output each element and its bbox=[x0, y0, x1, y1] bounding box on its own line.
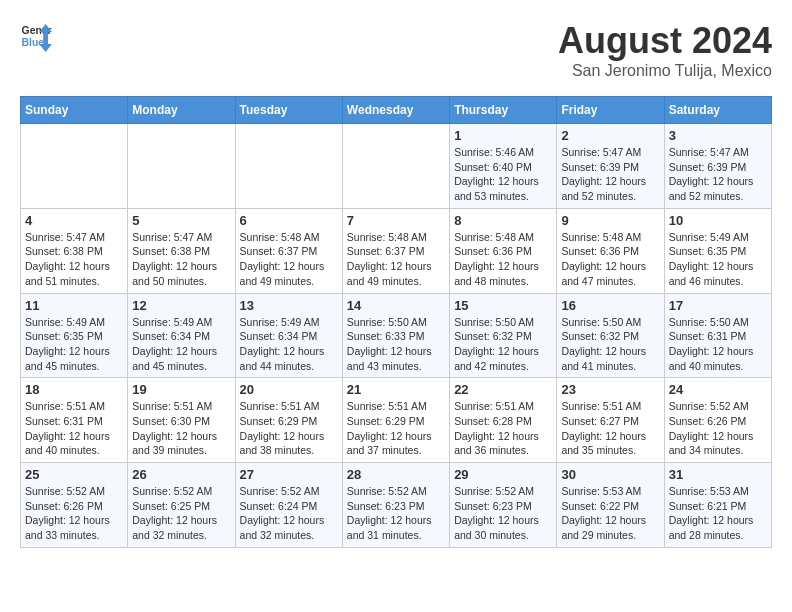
calendar-cell bbox=[342, 124, 449, 209]
day-number: 31 bbox=[669, 467, 767, 482]
month-year: August 2024 bbox=[558, 20, 772, 62]
day-info: Sunrise: 5:53 AMSunset: 6:21 PMDaylight:… bbox=[669, 484, 767, 543]
day-number: 6 bbox=[240, 213, 338, 228]
calendar-cell: 21Sunrise: 5:51 AMSunset: 6:29 PMDayligh… bbox=[342, 378, 449, 463]
calendar-cell: 16Sunrise: 5:50 AMSunset: 6:32 PMDayligh… bbox=[557, 293, 664, 378]
location: San Jeronimo Tulija, Mexico bbox=[558, 62, 772, 80]
day-info: Sunrise: 5:53 AMSunset: 6:22 PMDaylight:… bbox=[561, 484, 659, 543]
day-number: 27 bbox=[240, 467, 338, 482]
day-info: Sunrise: 5:47 AMSunset: 6:39 PMDaylight:… bbox=[669, 145, 767, 204]
day-number: 16 bbox=[561, 298, 659, 313]
calendar-cell: 2Sunrise: 5:47 AMSunset: 6:39 PMDaylight… bbox=[557, 124, 664, 209]
calendar-body: 1Sunrise: 5:46 AMSunset: 6:40 PMDaylight… bbox=[21, 124, 772, 548]
day-info: Sunrise: 5:51 AMSunset: 6:27 PMDaylight:… bbox=[561, 399, 659, 458]
calendar-cell: 6Sunrise: 5:48 AMSunset: 6:37 PMDaylight… bbox=[235, 208, 342, 293]
calendar-cell bbox=[21, 124, 128, 209]
day-info: Sunrise: 5:52 AMSunset: 6:24 PMDaylight:… bbox=[240, 484, 338, 543]
day-info: Sunrise: 5:52 AMSunset: 6:26 PMDaylight:… bbox=[25, 484, 123, 543]
week-row-3: 11Sunrise: 5:49 AMSunset: 6:35 PMDayligh… bbox=[21, 293, 772, 378]
day-number: 2 bbox=[561, 128, 659, 143]
calendar-cell bbox=[128, 124, 235, 209]
day-info: Sunrise: 5:52 AMSunset: 6:23 PMDaylight:… bbox=[454, 484, 552, 543]
calendar-cell: 3Sunrise: 5:47 AMSunset: 6:39 PMDaylight… bbox=[664, 124, 771, 209]
day-header-tuesday: Tuesday bbox=[235, 97, 342, 124]
day-header-friday: Friday bbox=[557, 97, 664, 124]
calendar-cell: 9Sunrise: 5:48 AMSunset: 6:36 PMDaylight… bbox=[557, 208, 664, 293]
day-number: 21 bbox=[347, 382, 445, 397]
day-info: Sunrise: 5:52 AMSunset: 6:26 PMDaylight:… bbox=[669, 399, 767, 458]
day-info: Sunrise: 5:52 AMSunset: 6:25 PMDaylight:… bbox=[132, 484, 230, 543]
day-info: Sunrise: 5:47 AMSunset: 6:38 PMDaylight:… bbox=[132, 230, 230, 289]
day-info: Sunrise: 5:49 AMSunset: 6:35 PMDaylight:… bbox=[25, 315, 123, 374]
day-number: 29 bbox=[454, 467, 552, 482]
day-number: 1 bbox=[454, 128, 552, 143]
calendar-cell: 1Sunrise: 5:46 AMSunset: 6:40 PMDaylight… bbox=[450, 124, 557, 209]
day-info: Sunrise: 5:51 AMSunset: 6:30 PMDaylight:… bbox=[132, 399, 230, 458]
day-info: Sunrise: 5:46 AMSunset: 6:40 PMDaylight:… bbox=[454, 145, 552, 204]
day-number: 3 bbox=[669, 128, 767, 143]
calendar-cell: 31Sunrise: 5:53 AMSunset: 6:21 PMDayligh… bbox=[664, 463, 771, 548]
calendar-cell: 20Sunrise: 5:51 AMSunset: 6:29 PMDayligh… bbox=[235, 378, 342, 463]
day-info: Sunrise: 5:48 AMSunset: 6:36 PMDaylight:… bbox=[454, 230, 552, 289]
calendar-cell bbox=[235, 124, 342, 209]
calendar-cell: 30Sunrise: 5:53 AMSunset: 6:22 PMDayligh… bbox=[557, 463, 664, 548]
day-number: 30 bbox=[561, 467, 659, 482]
day-info: Sunrise: 5:48 AMSunset: 6:36 PMDaylight:… bbox=[561, 230, 659, 289]
calendar-cell: 29Sunrise: 5:52 AMSunset: 6:23 PMDayligh… bbox=[450, 463, 557, 548]
calendar-cell: 23Sunrise: 5:51 AMSunset: 6:27 PMDayligh… bbox=[557, 378, 664, 463]
day-info: Sunrise: 5:48 AMSunset: 6:37 PMDaylight:… bbox=[240, 230, 338, 289]
day-number: 23 bbox=[561, 382, 659, 397]
day-info: Sunrise: 5:51 AMSunset: 6:31 PMDaylight:… bbox=[25, 399, 123, 458]
day-number: 28 bbox=[347, 467, 445, 482]
day-header-wednesday: Wednesday bbox=[342, 97, 449, 124]
calendar-table: SundayMondayTuesdayWednesdayThursdayFrid… bbox=[20, 96, 772, 548]
day-header-saturday: Saturday bbox=[664, 97, 771, 124]
calendar-cell: 12Sunrise: 5:49 AMSunset: 6:34 PMDayligh… bbox=[128, 293, 235, 378]
day-number: 19 bbox=[132, 382, 230, 397]
day-info: Sunrise: 5:48 AMSunset: 6:37 PMDaylight:… bbox=[347, 230, 445, 289]
day-info: Sunrise: 5:51 AMSunset: 6:29 PMDaylight:… bbox=[240, 399, 338, 458]
header: General Blue August 2024 San Jeronimo Tu… bbox=[20, 20, 772, 80]
calendar-cell: 18Sunrise: 5:51 AMSunset: 6:31 PMDayligh… bbox=[21, 378, 128, 463]
day-header-thursday: Thursday bbox=[450, 97, 557, 124]
calendar-cell: 22Sunrise: 5:51 AMSunset: 6:28 PMDayligh… bbox=[450, 378, 557, 463]
day-number: 5 bbox=[132, 213, 230, 228]
day-info: Sunrise: 5:50 AMSunset: 6:33 PMDaylight:… bbox=[347, 315, 445, 374]
calendar-cell: 5Sunrise: 5:47 AMSunset: 6:38 PMDaylight… bbox=[128, 208, 235, 293]
day-info: Sunrise: 5:51 AMSunset: 6:28 PMDaylight:… bbox=[454, 399, 552, 458]
calendar-cell: 17Sunrise: 5:50 AMSunset: 6:31 PMDayligh… bbox=[664, 293, 771, 378]
calendar-header: SundayMondayTuesdayWednesdayThursdayFrid… bbox=[21, 97, 772, 124]
day-number: 4 bbox=[25, 213, 123, 228]
day-number: 15 bbox=[454, 298, 552, 313]
calendar-cell: 19Sunrise: 5:51 AMSunset: 6:30 PMDayligh… bbox=[128, 378, 235, 463]
day-info: Sunrise: 5:52 AMSunset: 6:23 PMDaylight:… bbox=[347, 484, 445, 543]
header-row: SundayMondayTuesdayWednesdayThursdayFrid… bbox=[21, 97, 772, 124]
day-number: 26 bbox=[132, 467, 230, 482]
calendar-cell: 11Sunrise: 5:49 AMSunset: 6:35 PMDayligh… bbox=[21, 293, 128, 378]
calendar-cell: 7Sunrise: 5:48 AMSunset: 6:37 PMDaylight… bbox=[342, 208, 449, 293]
day-info: Sunrise: 5:49 AMSunset: 6:34 PMDaylight:… bbox=[240, 315, 338, 374]
calendar-cell: 27Sunrise: 5:52 AMSunset: 6:24 PMDayligh… bbox=[235, 463, 342, 548]
day-number: 22 bbox=[454, 382, 552, 397]
calendar-cell: 26Sunrise: 5:52 AMSunset: 6:25 PMDayligh… bbox=[128, 463, 235, 548]
day-info: Sunrise: 5:47 AMSunset: 6:39 PMDaylight:… bbox=[561, 145, 659, 204]
day-number: 8 bbox=[454, 213, 552, 228]
title-area: August 2024 San Jeronimo Tulija, Mexico bbox=[558, 20, 772, 80]
calendar-cell: 8Sunrise: 5:48 AMSunset: 6:36 PMDaylight… bbox=[450, 208, 557, 293]
calendar-cell: 10Sunrise: 5:49 AMSunset: 6:35 PMDayligh… bbox=[664, 208, 771, 293]
day-info: Sunrise: 5:50 AMSunset: 6:31 PMDaylight:… bbox=[669, 315, 767, 374]
day-info: Sunrise: 5:49 AMSunset: 6:35 PMDaylight:… bbox=[669, 230, 767, 289]
logo-icon: General Blue bbox=[20, 20, 52, 52]
day-number: 12 bbox=[132, 298, 230, 313]
day-info: Sunrise: 5:49 AMSunset: 6:34 PMDaylight:… bbox=[132, 315, 230, 374]
day-number: 10 bbox=[669, 213, 767, 228]
day-info: Sunrise: 5:51 AMSunset: 6:29 PMDaylight:… bbox=[347, 399, 445, 458]
calendar-cell: 14Sunrise: 5:50 AMSunset: 6:33 PMDayligh… bbox=[342, 293, 449, 378]
day-number: 7 bbox=[347, 213, 445, 228]
day-number: 13 bbox=[240, 298, 338, 313]
week-row-1: 1Sunrise: 5:46 AMSunset: 6:40 PMDaylight… bbox=[21, 124, 772, 209]
day-info: Sunrise: 5:47 AMSunset: 6:38 PMDaylight:… bbox=[25, 230, 123, 289]
day-info: Sunrise: 5:50 AMSunset: 6:32 PMDaylight:… bbox=[454, 315, 552, 374]
day-number: 25 bbox=[25, 467, 123, 482]
day-number: 20 bbox=[240, 382, 338, 397]
